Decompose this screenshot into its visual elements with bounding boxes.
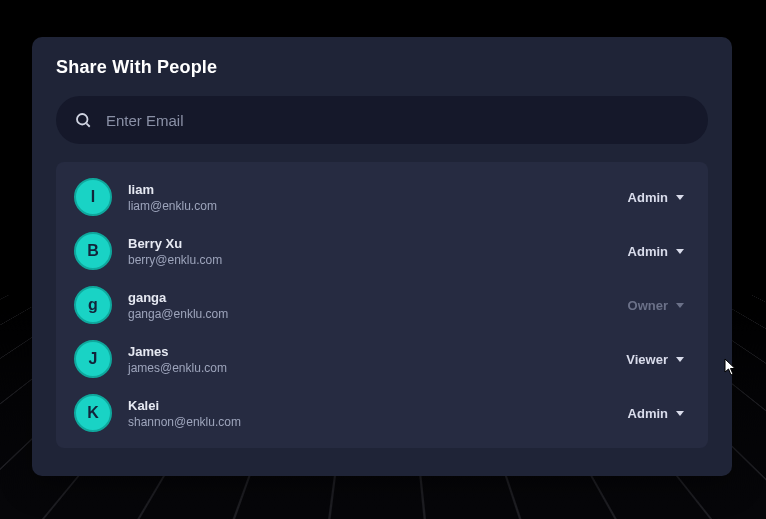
share-modal: Share With People I liam liam@enklu.com … bbox=[32, 37, 732, 476]
role-select[interactable]: Viewer bbox=[620, 348, 690, 371]
avatar: J bbox=[74, 340, 112, 378]
search-icon bbox=[74, 111, 92, 129]
caret-down-icon bbox=[676, 357, 684, 362]
role-label: Admin bbox=[628, 244, 668, 259]
person-name: Berry Xu bbox=[128, 236, 622, 251]
person-name: Kalei bbox=[128, 398, 622, 413]
person-email: ganga@enklu.com bbox=[128, 307, 622, 321]
avatar: g bbox=[74, 286, 112, 324]
person-info: Berry Xu berry@enklu.com bbox=[128, 236, 622, 267]
person-row: g ganga ganga@enklu.com Owner bbox=[66, 278, 698, 332]
person-row: I liam liam@enklu.com Admin bbox=[66, 170, 698, 224]
person-row: K Kalei shannon@enklu.com Admin bbox=[66, 386, 698, 440]
role-label: Admin bbox=[628, 406, 668, 421]
role-select-owner: Owner bbox=[622, 294, 690, 317]
avatar: B bbox=[74, 232, 112, 270]
person-name: ganga bbox=[128, 290, 622, 305]
person-info: Kalei shannon@enklu.com bbox=[128, 398, 622, 429]
search-input[interactable] bbox=[106, 112, 690, 129]
person-email: liam@enklu.com bbox=[128, 199, 622, 213]
role-select[interactable]: Admin bbox=[622, 186, 690, 209]
avatar: I bbox=[74, 178, 112, 216]
caret-down-icon bbox=[676, 303, 684, 308]
role-label: Owner bbox=[628, 298, 668, 313]
person-name: James bbox=[128, 344, 620, 359]
person-row: J James james@enklu.com Viewer bbox=[66, 332, 698, 386]
people-list: I liam liam@enklu.com Admin B Berry Xu b… bbox=[56, 162, 708, 448]
caret-down-icon bbox=[676, 195, 684, 200]
caret-down-icon bbox=[676, 249, 684, 254]
search-bar[interactable] bbox=[56, 96, 708, 144]
role-label: Admin bbox=[628, 190, 668, 205]
person-email: berry@enklu.com bbox=[128, 253, 622, 267]
person-email: shannon@enklu.com bbox=[128, 415, 622, 429]
role-label: Viewer bbox=[626, 352, 668, 367]
role-select[interactable]: Admin bbox=[622, 240, 690, 263]
person-name: liam bbox=[128, 182, 622, 197]
caret-down-icon bbox=[676, 411, 684, 416]
role-select[interactable]: Admin bbox=[622, 402, 690, 425]
person-info: ganga ganga@enklu.com bbox=[128, 290, 622, 321]
svg-line-1 bbox=[86, 123, 89, 126]
person-info: James james@enklu.com bbox=[128, 344, 620, 375]
avatar: K bbox=[74, 394, 112, 432]
svg-point-0 bbox=[77, 114, 88, 125]
modal-title: Share With People bbox=[56, 57, 708, 78]
person-email: james@enklu.com bbox=[128, 361, 620, 375]
person-row: B Berry Xu berry@enklu.com Admin bbox=[66, 224, 698, 278]
person-info: liam liam@enklu.com bbox=[128, 182, 622, 213]
